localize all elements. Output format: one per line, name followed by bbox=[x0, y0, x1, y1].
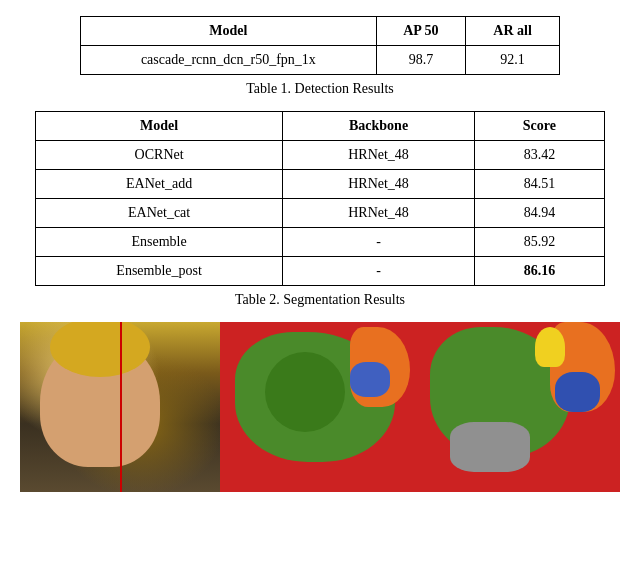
original-image bbox=[20, 322, 220, 492]
table-row: Ensemble_post-86.16 bbox=[36, 257, 605, 286]
seg-model-cell: EANet_cat bbox=[36, 199, 283, 228]
seg-model-cell: Ensemble bbox=[36, 228, 283, 257]
seg-middle-content bbox=[220, 322, 420, 492]
table2-caption: Table 2. Segmentation Results bbox=[35, 292, 605, 308]
seg-score-cell: 84.51 bbox=[474, 170, 604, 199]
seg-model-cell: EANet_add bbox=[36, 170, 283, 199]
segmentation-results-table: Model Backbone Score OCRNetHRNet_4883.42… bbox=[35, 111, 605, 286]
seg-score-cell: 85.92 bbox=[474, 228, 604, 257]
seg-col-score-header: Score bbox=[474, 112, 604, 141]
blue-shape-right bbox=[555, 372, 600, 412]
col-ap50-header: AP 50 bbox=[376, 17, 465, 46]
table-row: Ensemble-85.92 bbox=[36, 228, 605, 257]
seg-backbone-cell: - bbox=[283, 257, 475, 286]
table1-caption: Table 1. Detection Results bbox=[80, 81, 560, 97]
face-shape bbox=[40, 337, 160, 467]
seg-col-model-header: Model bbox=[36, 112, 283, 141]
detection-results-table: Model AP 50 AR all cascade_rcnn_dcn_r50_… bbox=[80, 16, 560, 75]
table2-container: Model Backbone Score OCRNetHRNet_4883.42… bbox=[35, 111, 605, 308]
ap50-value-cell: 98.7 bbox=[376, 46, 465, 75]
table1-container: Model AP 50 AR all cascade_rcnn_dcn_r50_… bbox=[80, 16, 560, 97]
seg-backbone-cell: - bbox=[283, 228, 475, 257]
seg-model-cell: OCRNet bbox=[36, 141, 283, 170]
seg-model-cell: Ensemble_post bbox=[36, 257, 283, 286]
seg-backbone-cell: HRNet_48 bbox=[283, 170, 475, 199]
blue-shape-middle bbox=[350, 362, 390, 397]
table-row: OCRNetHRNet_4883.42 bbox=[36, 141, 605, 170]
arall-value-cell: 92.1 bbox=[466, 46, 560, 75]
table-row: EANet_catHRNet_4884.94 bbox=[36, 199, 605, 228]
seg-score-cell: 86.16 bbox=[474, 257, 604, 286]
image-section bbox=[20, 322, 620, 492]
seg-score-cell: 83.42 bbox=[474, 141, 604, 170]
yellow-shape-right bbox=[535, 327, 565, 367]
segmentation-image-right bbox=[420, 322, 620, 492]
seg-backbone-cell: HRNet_48 bbox=[283, 141, 475, 170]
model-name-cell: cascade_rcnn_dcn_r50_fpn_1x bbox=[81, 46, 377, 75]
seg-backbone-cell: HRNet_48 bbox=[283, 199, 475, 228]
gray-shape-right bbox=[450, 422, 530, 472]
red-line-overlay bbox=[120, 322, 122, 492]
segmentation-image-middle bbox=[220, 322, 420, 492]
seg-score-cell: 84.94 bbox=[474, 199, 604, 228]
seg-col-backbone-header: Backbone bbox=[283, 112, 475, 141]
col-arall-header: AR all bbox=[466, 17, 560, 46]
col-model-header: Model bbox=[81, 17, 377, 46]
table-row: cascade_rcnn_dcn_r50_fpn_1x 98.7 92.1 bbox=[81, 46, 560, 75]
table-row: EANet_addHRNet_4884.51 bbox=[36, 170, 605, 199]
